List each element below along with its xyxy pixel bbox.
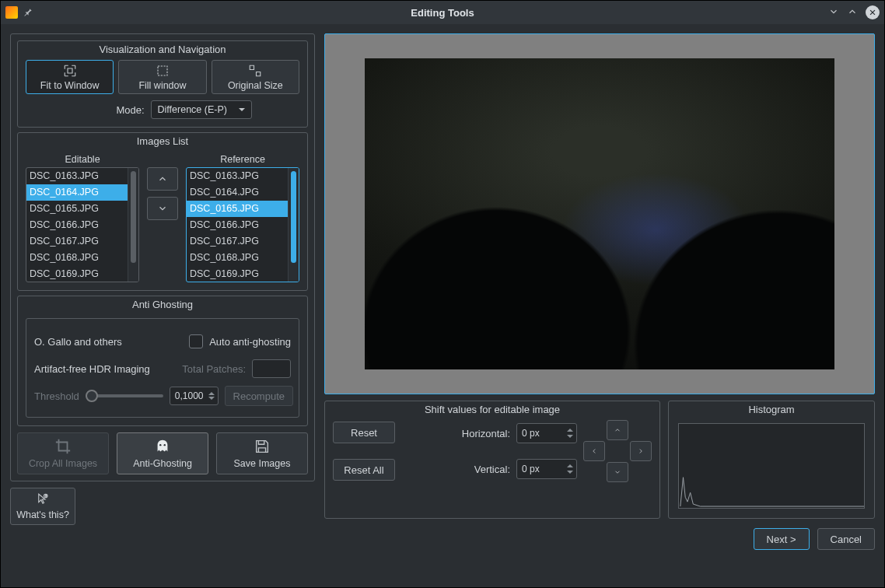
reference-column-label: Reference xyxy=(186,152,299,167)
crop-icon xyxy=(54,438,72,455)
list-item[interactable]: DSC_0164.JPG xyxy=(26,184,128,201)
move-down-button[interactable] xyxy=(147,197,178,220)
mode-select[interactable]: Difference (E-P) xyxy=(151,100,252,119)
fill-window-icon xyxy=(156,64,170,78)
anti-ghosting-subtitle: Artifact-free HDR Imaging xyxy=(34,363,150,375)
shift-values-group: Shift values for editable image Reset Re… xyxy=(324,401,660,519)
mode-value: Difference (E-P) xyxy=(158,104,227,115)
list-item[interactable]: DSC_0166.JPG xyxy=(187,217,288,233)
save-images-button[interactable]: Save Images xyxy=(216,432,308,474)
next-button[interactable]: Next > xyxy=(754,528,810,550)
crop-all-images-button[interactable]: Crop All Images xyxy=(17,432,109,474)
editable-scrollbar[interactable] xyxy=(128,168,138,282)
anti-ghosting-button[interactable]: Anti-Ghosting xyxy=(117,432,208,474)
close-icon[interactable] xyxy=(866,5,880,19)
anti-ghosting-group: Anti Ghosting O. Gallo and others Auto a… xyxy=(17,296,308,426)
maximize-icon[interactable] xyxy=(847,6,858,19)
list-item[interactable]: DSC_0165.JPG xyxy=(26,201,128,217)
list-item[interactable]: DSC_0163.JPG xyxy=(26,168,128,184)
move-up-button[interactable] xyxy=(147,167,178,191)
fit-to-window-button[interactable]: Fit to Window xyxy=(26,60,114,94)
svg-text:?: ? xyxy=(45,495,47,498)
help-pointer-icon: ? xyxy=(36,492,50,506)
shift-dpad xyxy=(583,420,652,482)
save-icon xyxy=(254,438,271,455)
fill-window-label: Fill window xyxy=(138,80,186,91)
threshold-slider[interactable] xyxy=(86,394,163,397)
total-patches-label: Total Patches: xyxy=(182,363,246,375)
svg-point-1 xyxy=(164,444,166,446)
window-title: Editing Tools xyxy=(1,7,884,19)
reset-all-button[interactable]: Reset All xyxy=(333,459,395,481)
list-item[interactable]: DSC_0168.JPG xyxy=(187,250,288,266)
original-size-button[interactable]: Original Size xyxy=(212,60,299,94)
shift-right-button[interactable] xyxy=(630,441,652,461)
images-list-title: Images List xyxy=(18,132,307,151)
pin-icon[interactable] xyxy=(23,6,33,19)
original-size-icon xyxy=(248,64,262,78)
histogram-group: Histogram xyxy=(668,401,875,519)
histogram-canvas xyxy=(678,423,865,509)
fill-window-button[interactable]: Fill window xyxy=(118,60,206,94)
anti-ghosting-title: Anti Ghosting xyxy=(18,296,307,314)
auto-anti-ghosting-checkbox[interactable] xyxy=(189,334,203,348)
list-item[interactable]: DSC_0167.JPG xyxy=(187,233,288,250)
vertical-shift-spinbox[interactable]: 0 px xyxy=(516,459,577,479)
list-item[interactable]: DSC_0165.JPG xyxy=(187,201,288,217)
whats-this-button[interactable]: ? What's this? xyxy=(10,488,75,525)
horizontal-shift-label: Horizontal: xyxy=(462,428,510,439)
cancel-button[interactable]: Cancel xyxy=(817,528,875,550)
fit-window-icon xyxy=(63,64,77,78)
editable-column-label: Editable xyxy=(26,152,139,167)
list-item[interactable]: DSC_0166.JPG xyxy=(26,217,128,233)
total-patches-field xyxy=(252,359,291,378)
images-list-group: Images List Editable DSC_0163.JPGDSC_016… xyxy=(17,132,308,291)
list-item[interactable]: DSC_0168.JPG xyxy=(26,250,128,266)
title-bar: Editing Tools xyxy=(1,1,884,24)
reset-button[interactable]: Reset xyxy=(333,422,395,443)
list-item[interactable]: DSC_0163.JPG xyxy=(187,168,288,184)
reference-listbox[interactable]: DSC_0163.JPGDSC_0164.JPGDSC_0165.JPGDSC_… xyxy=(186,167,299,282)
left-panel: Visualization and Navigation Fit to Wind… xyxy=(10,33,315,481)
histogram-title: Histogram xyxy=(669,401,874,419)
list-item[interactable]: DSC_0164.JPG xyxy=(187,184,288,201)
reference-scrollbar[interactable] xyxy=(288,168,299,282)
shift-down-button[interactable] xyxy=(607,462,628,482)
vertical-shift-label: Vertical: xyxy=(474,464,510,475)
editable-listbox[interactable]: DSC_0163.JPGDSC_0164.JPGDSC_0165.JPGDSC_… xyxy=(26,167,139,282)
svg-point-0 xyxy=(159,444,161,446)
minimize-icon[interactable] xyxy=(828,6,839,19)
list-item[interactable]: DSC_0169.JPG xyxy=(187,266,288,282)
ghost-icon xyxy=(154,438,171,455)
visualization-title: Visualization and Navigation xyxy=(18,40,307,59)
list-item[interactable]: DSC_0167.JPG xyxy=(26,233,128,250)
app-icon xyxy=(5,6,18,19)
preview-viewport[interactable] xyxy=(324,33,875,394)
threshold-label: Threshold xyxy=(34,390,79,402)
mode-label: Mode: xyxy=(116,104,144,116)
shift-values-title: Shift values for editable image xyxy=(325,401,659,419)
auto-anti-ghosting-label: Auto anti-ghosting xyxy=(209,336,291,348)
original-size-label: Original Size xyxy=(228,80,283,91)
anti-ghosting-credit: O. Gallo and others xyxy=(34,336,122,348)
shift-up-button[interactable] xyxy=(607,420,628,440)
fit-to-window-label: Fit to Window xyxy=(40,80,100,91)
horizontal-shift-spinbox[interactable]: 0 px xyxy=(516,423,577,443)
list-item[interactable]: DSC_0169.JPG xyxy=(26,266,128,282)
preview-image xyxy=(365,58,834,369)
recompute-button[interactable]: Recompute xyxy=(225,386,293,406)
threshold-spinbox[interactable]: 0,1000 xyxy=(170,387,219,405)
visualization-group: Visualization and Navigation Fit to Wind… xyxy=(17,40,308,128)
shift-left-button[interactable] xyxy=(583,441,605,461)
